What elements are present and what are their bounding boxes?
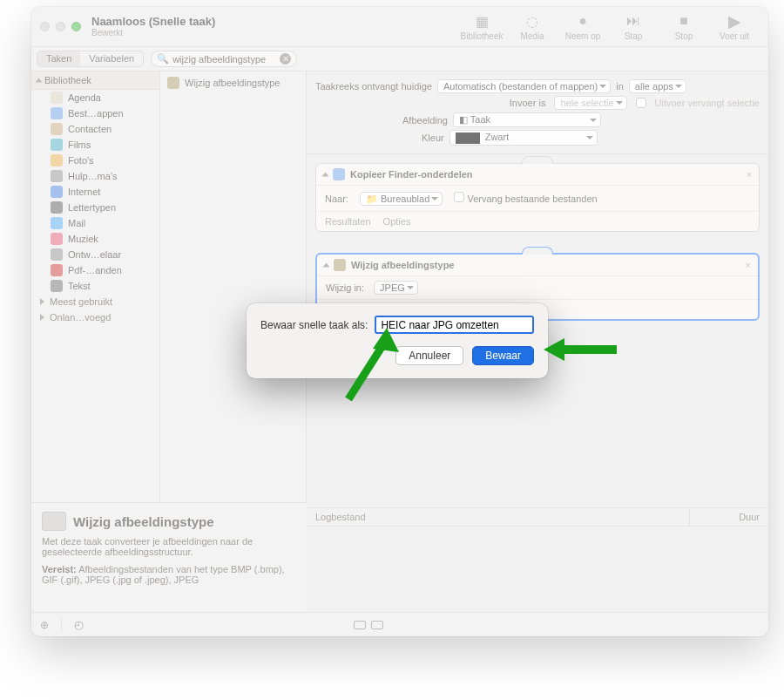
library-item-label: Contacten bbox=[68, 124, 112, 134]
save-name-input[interactable] bbox=[375, 316, 534, 334]
save-sheet: Bewaar snelle taak als: Annuleer Bewaar bbox=[247, 303, 548, 378]
tab-variables[interactable]: Variabelen bbox=[80, 51, 143, 66]
info-icon[interactable]: ◴ bbox=[74, 618, 84, 631]
library-item-icon bbox=[51, 170, 63, 182]
search-value: wijzig afbeeldingstype bbox=[172, 54, 266, 65]
record-icon: ● bbox=[574, 12, 591, 30]
library-header[interactable]: Bibliotheek bbox=[31, 71, 159, 90]
library-item[interactable]: Ontw…elaar bbox=[31, 247, 159, 262]
to-label: Naar: bbox=[325, 194, 348, 204]
action-label: Wijzig afbeeldingstype bbox=[185, 78, 280, 88]
replace-label: Vervang bestaande bestanden bbox=[467, 194, 597, 204]
toolbar-run-button[interactable]: ▶ Voer uit bbox=[709, 12, 760, 41]
library-item[interactable]: Pdf-…anden bbox=[31, 262, 159, 278]
titlebar: Naamloos (Snelle taak) Bewerkt ▦ Bibliot… bbox=[31, 7, 768, 47]
secondary-bar: Taken Variabelen 🔍 wijzig afbeeldingstyp… bbox=[31, 47, 768, 71]
library-item[interactable]: Mail bbox=[31, 215, 159, 231]
library-item[interactable]: Muziek bbox=[31, 231, 159, 247]
workflow-input-settings: Taakreeks ontvangt huidige Automatisch (… bbox=[307, 71, 768, 154]
library-item[interactable]: Lettertypen bbox=[31, 200, 159, 215]
library-item[interactable]: Tekst bbox=[31, 278, 159, 294]
toolbar-media-button[interactable]: ◌ Media bbox=[507, 12, 558, 41]
stop-icon: ■ bbox=[675, 12, 693, 30]
disclosure-icon[interactable] bbox=[322, 172, 329, 176]
library-item-label: Muziek bbox=[68, 234, 98, 244]
library-item-icon bbox=[51, 186, 63, 198]
disclosure-icon bbox=[40, 298, 44, 305]
action-card-copy-finder[interactable]: Kopieer Finder-onderdelen × Naar: 📁 Bure… bbox=[315, 163, 760, 232]
window-title-block: Naamloos (Snelle taak) Bewerkt bbox=[91, 16, 215, 37]
toolbar-step-button[interactable]: ⏭ Stap bbox=[608, 12, 659, 41]
library-item-icon bbox=[51, 280, 63, 292]
play-icon: ▶ bbox=[726, 12, 743, 30]
disclosure-icon[interactable] bbox=[323, 262, 330, 267]
action-list-item[interactable]: Wijzig afbeeldingstype bbox=[160, 71, 306, 94]
close-icon[interactable] bbox=[40, 22, 50, 31]
remove-action-icon[interactable]: × bbox=[746, 260, 751, 270]
library-item[interactable]: Films bbox=[31, 137, 159, 153]
library-item[interactable]: Best…appen bbox=[31, 105, 159, 121]
zoom-icon[interactable] bbox=[71, 22, 81, 31]
save-button[interactable]: Bewaar bbox=[472, 346, 534, 365]
tab-actions[interactable]: Taken bbox=[37, 51, 80, 66]
change-label: Wijzig in: bbox=[326, 282, 364, 293]
remove-action-icon[interactable]: × bbox=[747, 169, 752, 180]
library-item-icon bbox=[51, 139, 63, 151]
library-item[interactable]: Agenda bbox=[31, 90, 159, 105]
library-item-label: Internet bbox=[68, 187, 100, 197]
library-item-label: Ontw…elaar bbox=[68, 249, 121, 260]
receives-type-select[interactable]: Automatisch (bestanden of mappen) bbox=[437, 79, 611, 93]
results-tab[interactable]: Resultaten bbox=[325, 216, 371, 227]
library-recent[interactable]: Onlan…voegd bbox=[31, 309, 159, 325]
actions-variables-segment[interactable]: Taken Variabelen bbox=[37, 51, 144, 67]
log-panel: Logbestand Duur bbox=[307, 507, 768, 612]
color-select[interactable]: Zwart bbox=[449, 130, 598, 146]
destination-select[interactable]: 📁 Bureaublad bbox=[360, 192, 443, 206]
library-item[interactable]: Contacten bbox=[31, 121, 159, 137]
toolbar-record-button[interactable]: ● Neem op bbox=[558, 12, 608, 41]
library-item-label: Tekst bbox=[68, 281, 91, 291]
toolbar-stop-button[interactable]: ■ Stop bbox=[659, 12, 709, 41]
grid-icon: ▦ bbox=[473, 12, 490, 30]
receives-apps-select[interactable]: alle apps bbox=[629, 79, 686, 93]
input-is-select[interactable]: hele selectie bbox=[554, 96, 626, 110]
color-swatch-icon bbox=[456, 133, 480, 144]
toolbar-library-button[interactable]: ▦ Bibliotheek bbox=[456, 12, 507, 41]
log-col-log[interactable]: Logbestand bbox=[307, 508, 690, 526]
search-field[interactable]: 🔍 wijzig afbeeldingstype ✕ bbox=[151, 51, 297, 67]
library-item-label: Best…appen bbox=[68, 108, 124, 119]
library-item-icon bbox=[51, 248, 63, 261]
clear-search-icon[interactable]: ✕ bbox=[280, 53, 291, 65]
view-log-icon[interactable] bbox=[371, 621, 383, 629]
minimize-icon[interactable] bbox=[56, 22, 65, 31]
log-col-time[interactable]: Duur bbox=[690, 508, 768, 526]
library-header-label: Bibliotheek bbox=[44, 75, 91, 85]
library-item-label: Films bbox=[68, 139, 91, 150]
action-description: Wijzig afbeeldingstype Met deze taak con… bbox=[31, 502, 307, 612]
connector-notch-icon bbox=[522, 247, 553, 255]
desc-req-label: Vereist: bbox=[42, 564, 77, 574]
input-is-label: Invoer is bbox=[510, 98, 546, 108]
finder-icon bbox=[333, 168, 345, 180]
options-tab[interactable]: Opties bbox=[383, 216, 411, 227]
library-item-label: Mail bbox=[68, 218, 85, 228]
desc-title: Wijzig afbeeldingstype bbox=[73, 514, 214, 529]
image-select[interactable]: ◧ Taak bbox=[453, 112, 601, 127]
library-most-used[interactable]: Meest gebruikt bbox=[31, 294, 159, 309]
card-title: Wijzig afbeeldingstype bbox=[351, 260, 454, 270]
output-replaces-label: Uitvoer vervangt selectie bbox=[655, 98, 760, 108]
format-select[interactable]: JPEG bbox=[374, 281, 418, 295]
library-item[interactable]: Foto's bbox=[31, 153, 159, 168]
library-item[interactable]: Hulp…ma's bbox=[31, 168, 159, 184]
output-replaces-checkbox[interactable] bbox=[636, 98, 646, 108]
library-item[interactable]: Internet bbox=[31, 184, 159, 200]
add-button-icon[interactable]: ⊕ bbox=[40, 619, 49, 631]
library-item-label: Lettertypen bbox=[68, 202, 116, 213]
cancel-button[interactable]: Annuleer bbox=[395, 346, 463, 365]
action-thumb-icon bbox=[42, 512, 66, 531]
media-icon: ◌ bbox=[524, 12, 541, 30]
view-workflow-icon[interactable] bbox=[354, 621, 366, 629]
replace-checkbox[interactable] bbox=[454, 192, 464, 202]
library-item-icon bbox=[51, 233, 63, 245]
preview-icon bbox=[334, 259, 346, 271]
